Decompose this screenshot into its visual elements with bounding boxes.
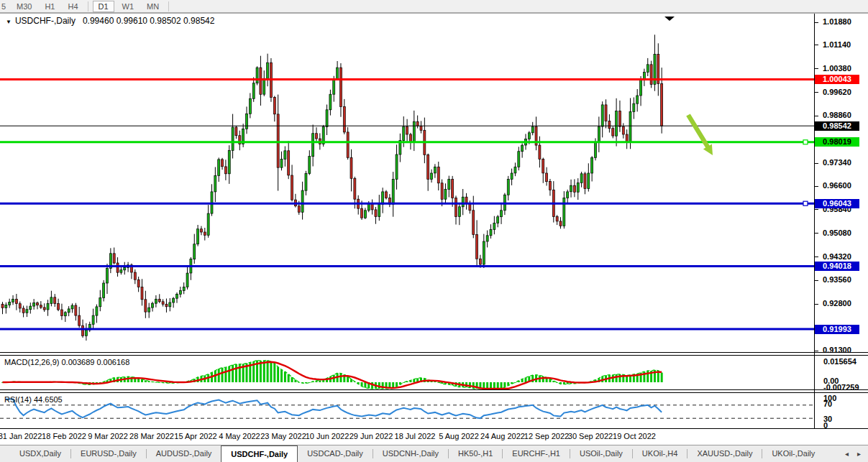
date-tick-label: 18 Feb 2022 bbox=[42, 432, 86, 440]
price-tick-label: 1.00380 bbox=[823, 64, 851, 73]
timeframe-button-h4[interactable]: H4 bbox=[63, 1, 83, 11]
price-tick-mark bbox=[815, 257, 818, 257]
macd-bottom-border[interactable] bbox=[0, 389, 868, 390]
date-tick-label: 10 Jun 2022 bbox=[306, 432, 350, 440]
price-level-badge: 0.96043 bbox=[815, 199, 859, 208]
price-tick-mark bbox=[815, 304, 818, 305]
symbol-dropdown-icon[interactable]: ▼ bbox=[6, 19, 12, 25]
macd-top-border bbox=[0, 355, 868, 356]
rsi-scale-70: 70 bbox=[823, 399, 832, 408]
timeframe-button-h1[interactable]: H1 bbox=[40, 1, 60, 11]
chart-tab-ukoil-daily[interactable]: UKOil-,Daily bbox=[762, 445, 824, 462]
macd-scale-min: -0.007259 bbox=[823, 383, 859, 392]
date-tick-label: 9 Mar 2022 bbox=[88, 432, 128, 440]
timeframe-button-w1[interactable]: W1 bbox=[117, 1, 140, 11]
chart-title: ▼USDCHF-,Daily0.99460 0.99610 0.98502 0.… bbox=[6, 16, 214, 26]
price-tick-mark bbox=[815, 68, 818, 69]
price-chart-canvas[interactable] bbox=[0, 14, 868, 356]
date-tick-label: 5 Aug 2022 bbox=[439, 432, 479, 440]
chart-ohlc-values: 0.99460 0.99610 0.98502 0.98542 bbox=[83, 16, 215, 26]
timeframe-button-5[interactable]: 5 bbox=[0, 1, 9, 11]
chart-tab-usdx-daily[interactable]: USDX,Daily bbox=[10, 445, 70, 462]
price-tick-label: 0.98860 bbox=[823, 111, 851, 119]
price-tick-mark bbox=[815, 116, 818, 116]
toolbar-divider bbox=[168, 1, 169, 11]
price-tick-label: 0.97340 bbox=[823, 158, 851, 167]
price-tick-label: 0.99620 bbox=[823, 88, 851, 96]
rsi-scale-0: 0 bbox=[823, 421, 828, 430]
price-tick-mark bbox=[815, 22, 818, 23]
time-axis: 31 Jan 202218 Feb 20229 Mar 202228 Mar 2… bbox=[0, 428, 868, 445]
price-tick-label: 0.95080 bbox=[823, 228, 851, 237]
price-tick-label: 0.93560 bbox=[823, 275, 851, 284]
price-level-badge: 0.98542 bbox=[815, 121, 859, 131]
rsi-top-border bbox=[0, 392, 868, 393]
price-tick-mark bbox=[815, 186, 818, 187]
toolbar-divider bbox=[88, 1, 88, 11]
chart-tab-usdchf-daily[interactable]: USDCHF-,Daily bbox=[221, 445, 298, 462]
chart-tab-usdcad-daily[interactable]: USDCAD-,Daily bbox=[298, 445, 373, 462]
date-tick-label: 23 May 2022 bbox=[260, 432, 306, 440]
chart-tab-eurusd-daily[interactable]: EURUSD-,Daily bbox=[71, 445, 146, 462]
date-tick-label: 30 Sep 2022 bbox=[568, 432, 613, 440]
timeframe-button-m30[interactable]: M30 bbox=[12, 1, 37, 11]
chart-tab-hk50-h1[interactable]: HK50-,H1 bbox=[449, 445, 502, 462]
chart-symbol-label: USDCHF-,Daily bbox=[15, 16, 76, 26]
date-tick-label: 19 Oct 2022 bbox=[613, 432, 656, 440]
price-tick-mark bbox=[815, 351, 818, 351]
level-line-handle[interactable] bbox=[803, 140, 808, 144]
price-tick-label: 0.92800 bbox=[823, 299, 851, 308]
price-level-badge: 0.98019 bbox=[815, 137, 859, 147]
price-tick-label: 0.96600 bbox=[823, 181, 851, 190]
price-tick-label: 1.01140 bbox=[823, 40, 851, 49]
level-line-handle[interactable] bbox=[803, 201, 808, 205]
rsi-pane-canvas[interactable] bbox=[0, 393, 868, 428]
price-tick-label: 0.94320 bbox=[823, 252, 851, 261]
autoscroll-marker-icon bbox=[664, 17, 675, 21]
tab-scroll-controls: ◂▸ bbox=[845, 445, 868, 462]
date-tick-label: 15 Apr 2022 bbox=[174, 432, 216, 440]
date-tick-label: 28 Mar 2022 bbox=[129, 432, 174, 440]
chart-tab-ukoil-h4[interactable]: UKOil-,H4 bbox=[633, 445, 687, 462]
macd-scale-max: 0.015654 bbox=[823, 357, 856, 366]
chart-tab-bar: USDX,DailyEURUSD-,DailyAUDUSD-,DailyUSDC… bbox=[0, 445, 868, 462]
down-arrow-annotation[interactable] bbox=[686, 114, 713, 155]
price-tick-mark bbox=[815, 163, 818, 164]
chart-bottom-border[interactable] bbox=[0, 352, 868, 353]
price-tick-label: 0.91300 bbox=[823, 346, 851, 354]
chart-tab-usoil-daily[interactable]: USOil-,Daily bbox=[570, 445, 632, 462]
price-tick-label: 1.01880 bbox=[823, 17, 851, 26]
price-tick-mark bbox=[815, 233, 818, 234]
date-tick-label: 31 Jan 2022 bbox=[0, 432, 42, 440]
price-level-badge: 0.91993 bbox=[815, 325, 859, 334]
date-tick-label: 29 Jun 2022 bbox=[350, 432, 393, 440]
macd-pane-canvas[interactable] bbox=[0, 356, 868, 389]
timeframe-button-mn[interactable]: MN bbox=[142, 1, 164, 11]
date-tick-label: 18 Jul 2022 bbox=[395, 432, 436, 440]
date-tick-label: 4 May 2022 bbox=[219, 432, 260, 440]
macd-pane-label: MACD(12,26,9) 0.003689 0.006168 bbox=[4, 358, 129, 366]
price-tick-mark bbox=[815, 280, 818, 281]
price-tick-mark bbox=[815, 209, 818, 210]
timeframe-toolbar: 5M30H1H4D1W1MN bbox=[0, 0, 868, 13]
date-tick-label: 12 Sep 2022 bbox=[524, 432, 569, 440]
tab-bar-leading-space bbox=[0, 445, 10, 462]
rsi-bottom-border bbox=[0, 428, 868, 429]
chart-top-border bbox=[0, 13, 868, 14]
tab-scroll-right-icon[interactable]: ▸ bbox=[857, 450, 861, 458]
price-level-badge: 1.00043 bbox=[815, 75, 859, 84]
trading-app-window: 5M30H1H4D1W1MN ▼USDCHF-,Daily0.99460 0.9… bbox=[0, 0, 868, 462]
chart-tab-xauusd-daily[interactable]: XAUUSD-,Daily bbox=[687, 445, 762, 462]
chart-tab-usdcnh-daily[interactable]: USDCNH-,Daily bbox=[373, 445, 448, 462]
price-level-badge: 0.94018 bbox=[815, 262, 859, 271]
timeframe-button-d1[interactable]: D1 bbox=[93, 1, 114, 12]
rsi-pane-label: RSI(14) 44.6505 bbox=[4, 395, 63, 404]
price-tick-mark bbox=[815, 45, 818, 45]
price-tick-mark bbox=[815, 92, 818, 93]
chart-tab-eurchf-h1[interactable]: EURCHF-,H1 bbox=[503, 445, 570, 462]
date-tick-label: 24 Aug 2022 bbox=[480, 432, 525, 440]
chart-tab-audusd-daily[interactable]: AUDUSD-,Daily bbox=[147, 445, 221, 462]
tab-scroll-left-icon[interactable]: ◂ bbox=[845, 450, 849, 458]
